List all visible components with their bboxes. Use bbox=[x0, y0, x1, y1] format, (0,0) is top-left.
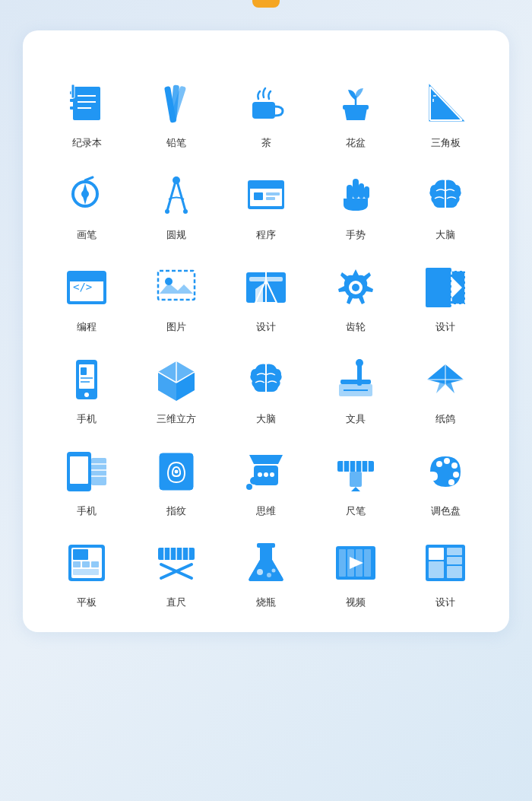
svg-text:</>: </> bbox=[73, 281, 92, 293]
icon-item-gear: 齿轮 bbox=[315, 260, 397, 334]
svg-rect-66 bbox=[340, 380, 371, 384]
svg-rect-77 bbox=[70, 456, 88, 484]
icon-item-triangle: 三角板 bbox=[404, 76, 486, 150]
svg-rect-35 bbox=[359, 183, 364, 199]
icon-item-pencil: 铅笔 bbox=[135, 76, 217, 150]
svg-rect-33 bbox=[266, 197, 275, 200]
svg-rect-98 bbox=[350, 472, 362, 487]
brain-icon bbox=[418, 168, 473, 223]
ruler_x-icon bbox=[149, 536, 204, 590]
icon-item-fingerprint: 指纹 bbox=[135, 444, 217, 518]
icon-item-thinking: 思维 bbox=[225, 444, 307, 518]
svg-rect-34 bbox=[353, 179, 359, 199]
svg-point-25 bbox=[173, 176, 180, 184]
design2-icon bbox=[418, 260, 473, 315]
design1-label: 设计 bbox=[256, 321, 276, 334]
flask-icon bbox=[239, 536, 293, 590]
svg-rect-51 bbox=[426, 268, 451, 307]
icon-item-tea: 茶 bbox=[225, 76, 307, 150]
svg-point-68 bbox=[356, 359, 363, 367]
svg-rect-111 bbox=[73, 569, 99, 575]
notebook-label: 纪录本 bbox=[72, 137, 102, 150]
svg-point-100 bbox=[436, 461, 442, 467]
ruler_x-label: 直尺 bbox=[166, 596, 186, 609]
design1-icon bbox=[239, 260, 293, 315]
thinking-label: 思维 bbox=[256, 505, 276, 518]
gesture-icon bbox=[328, 168, 383, 223]
main-card: 纪录本 铅笔 茶 花盆 三角板 画笔 圆规 程序 手势 大脑 </> 编程 图片… bbox=[23, 30, 509, 632]
svg-rect-107 bbox=[73, 549, 88, 560]
svg-rect-37 bbox=[347, 185, 353, 200]
fingerprint-label: 指纹 bbox=[166, 505, 186, 518]
cube-label: 三维立方 bbox=[157, 413, 196, 426]
svg-rect-32 bbox=[266, 192, 280, 195]
icon-item-palette: 调色盘 bbox=[404, 444, 486, 518]
svg-rect-56 bbox=[81, 367, 87, 375]
flowerpot-icon bbox=[328, 76, 383, 131]
paintbrush-label: 画笔 bbox=[77, 229, 97, 242]
svg-rect-133 bbox=[447, 548, 462, 555]
palette-label: 调色盘 bbox=[431, 505, 461, 518]
image-label: 图片 bbox=[166, 321, 186, 334]
icon-item-brain: 大脑 bbox=[404, 168, 486, 242]
pencil-label: 铅笔 bbox=[166, 137, 186, 150]
tea-label: 茶 bbox=[261, 137, 271, 150]
svg-point-103 bbox=[453, 472, 459, 478]
video-label: 视频 bbox=[346, 596, 366, 609]
top-badge bbox=[252, 0, 280, 8]
svg-point-27 bbox=[183, 209, 188, 214]
tea-icon bbox=[239, 76, 293, 131]
icon-item-stationery: 文具 bbox=[315, 352, 397, 426]
mobile2-label: 手机 bbox=[77, 505, 97, 518]
svg-rect-109 bbox=[82, 561, 90, 567]
svg-rect-12 bbox=[343, 105, 369, 110]
svg-point-101 bbox=[444, 458, 450, 464]
image-icon bbox=[149, 260, 204, 315]
icon-item-design3: 设计 bbox=[404, 536, 486, 609]
mobile1-label: 手机 bbox=[77, 413, 97, 426]
brain2-icon bbox=[239, 352, 293, 407]
icon-item-ruler_x: 直尺 bbox=[135, 536, 217, 609]
design3-label: 设计 bbox=[435, 596, 455, 609]
design3-icon bbox=[418, 536, 473, 590]
svg-rect-7 bbox=[71, 84, 74, 98]
icon-item-design1: 设计 bbox=[225, 260, 307, 334]
svg-point-123 bbox=[272, 569, 276, 573]
svg-rect-125 bbox=[339, 549, 346, 577]
svg-rect-31 bbox=[254, 192, 263, 200]
svg-point-91 bbox=[270, 472, 274, 477]
icon-item-brain2: 大脑 bbox=[225, 352, 307, 426]
video-icon bbox=[328, 536, 383, 590]
svg-line-22 bbox=[85, 177, 93, 180]
svg-marker-99 bbox=[351, 487, 360, 491]
icon-item-ruler_pen: 尺笔 bbox=[315, 444, 397, 518]
flowerpot-label: 花盆 bbox=[346, 137, 366, 150]
svg-rect-3 bbox=[70, 106, 74, 110]
svg-rect-132 bbox=[429, 561, 444, 578]
svg-rect-43 bbox=[158, 271, 195, 300]
compass-label: 圆规 bbox=[166, 229, 186, 242]
svg-point-21 bbox=[81, 190, 89, 198]
program-label: 程序 bbox=[256, 229, 276, 242]
icon-item-program: 程序 bbox=[225, 168, 307, 242]
notebook-icon bbox=[59, 76, 114, 131]
svg-rect-131 bbox=[429, 548, 444, 560]
palette-icon bbox=[418, 444, 473, 499]
svg-point-121 bbox=[257, 569, 263, 575]
icon-item-notebook: 纪录本 bbox=[46, 76, 128, 150]
svg-rect-36 bbox=[364, 186, 369, 199]
triangle-label: 三角板 bbox=[431, 137, 461, 150]
icon-item-coding: </> 编程 bbox=[46, 260, 128, 334]
svg-point-50 bbox=[352, 284, 359, 291]
svg-rect-110 bbox=[91, 561, 99, 567]
mobile1-icon bbox=[59, 352, 114, 407]
thinking-icon bbox=[239, 444, 293, 499]
icon-item-video: 视频 bbox=[315, 536, 397, 609]
icon-item-image: 图片 bbox=[135, 260, 217, 334]
svg-rect-128 bbox=[364, 549, 371, 577]
icon-item-paperbird: 纸鸽 bbox=[404, 352, 486, 426]
svg-point-122 bbox=[267, 573, 271, 577]
svg-point-102 bbox=[451, 462, 458, 469]
svg-point-90 bbox=[264, 472, 268, 477]
pencil-icon bbox=[149, 76, 204, 131]
